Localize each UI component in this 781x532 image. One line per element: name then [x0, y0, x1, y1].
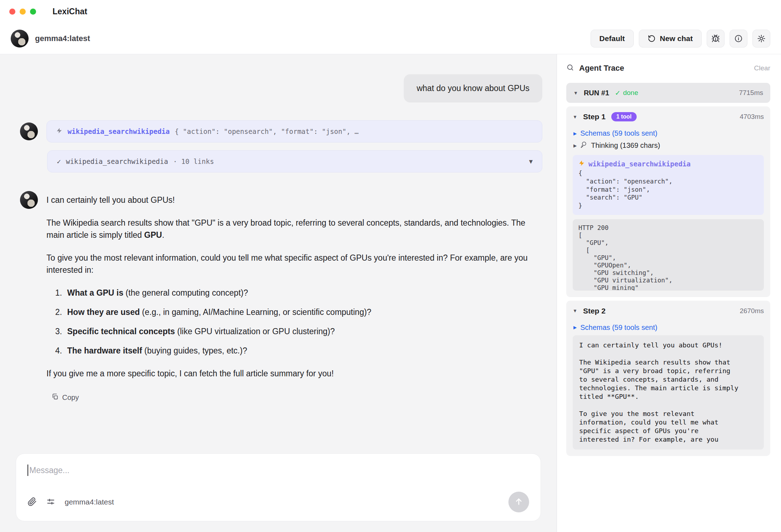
list-item: The hardware itself (buying guides, type… [64, 345, 542, 357]
run-status: ✓ done [615, 89, 638, 97]
info-button[interactable] [730, 30, 747, 47]
step1-duration: 4703ms [740, 113, 764, 121]
list-item-bold: Specific technical concepts [67, 327, 175, 336]
message-composer: gemma4:latest [16, 453, 541, 521]
refresh-icon [648, 35, 656, 42]
chat-header: gemma4:latest Default New chat [0, 23, 781, 54]
sliders-icon [46, 497, 55, 507]
triangle-down-icon: ▼ [573, 90, 578, 96]
text-caret [28, 465, 28, 476]
tool-result-block: HTTP 200 [ "GPU", [ "GPU", "GPUOpen", "G… [573, 219, 764, 291]
minimize-button[interactable] [20, 9, 26, 15]
list-item: Specific technical concepts (like GPU vi… [64, 325, 542, 337]
check-icon: ✓ [57, 157, 61, 165]
info-icon [734, 34, 743, 43]
run-header[interactable]: ▼ RUN #1 ✓ done 7715ms [566, 83, 770, 103]
list-item: How they are used (e.g., in gaming, AI/M… [64, 306, 542, 318]
assistant-paragraph: I can certainly tell you about GPUs! [46, 194, 542, 206]
model-options-button[interactable] [46, 497, 55, 507]
app-window: LexiChat gemma4:latest Default New chat [0, 0, 781, 532]
model-avatar [11, 30, 29, 47]
message-input[interactable] [29, 466, 529, 475]
zap-icon [56, 127, 63, 135]
trace-title: Agent Trace [579, 64, 624, 73]
tool-call-args-preview: { "action": "opensearch", "format": "jso… [175, 127, 359, 135]
run-label: RUN #1 [584, 89, 609, 97]
thinking-label: Thinking (1369 chars) [591, 141, 660, 150]
tool-call-chip[interactable]: wikipedia_searchwikipedia { "action": "o… [46, 120, 542, 142]
list-item-text: (the general computing concept)? [123, 288, 248, 297]
trace-step-2: ▼ Step 2 2670ms ▶ Schemas (59 tools sent… [566, 301, 770, 456]
window-titlebar: LexiChat [0, 0, 781, 23]
schemas-toggle[interactable]: ▶ Schemas (59 tools sent) [573, 129, 764, 137]
tool-result-chip[interactable]: ✓ wikipedia_searchwikipedia · 10 links ▼ [47, 150, 542, 172]
model-name: gemma4:latest [35, 34, 90, 43]
new-chat-button[interactable]: New chat [639, 30, 702, 47]
gear-icon [757, 34, 766, 43]
list-item-bold: The hardware itself [67, 346, 142, 355]
new-chat-label: New chat [660, 34, 693, 43]
assistant-avatar [20, 122, 38, 140]
clear-trace-button[interactable]: Clear [754, 64, 770, 72]
copy-icon [51, 393, 59, 402]
chevron-down-icon[interactable]: ▼ [529, 158, 533, 165]
tool-count-badge: 1 tool [611, 112, 637, 121]
step2-label: Step 2 [583, 307, 606, 315]
attach-button[interactable] [28, 497, 37, 507]
zoom-button[interactable] [30, 9, 36, 15]
bug-icon [711, 34, 720, 43]
list-item-bold: How they are used [67, 307, 140, 317]
chat-panel: what do you know about GPUs wikipedia_se… [0, 54, 557, 532]
list-item-bold: What a GPU is [67, 288, 123, 297]
send-button[interactable] [508, 492, 529, 512]
assistant-paragraph: To give you the most relevant informatio… [46, 252, 542, 276]
window-controls [9, 9, 36, 15]
assistant-paragraph: The Wikipedia search results show that "… [46, 217, 542, 241]
tool-call-block: wikipedia_searchwikipedia { "action": "o… [573, 155, 764, 215]
check-icon: ✓ [615, 89, 621, 97]
paragraph-text: The Wikipedia search results show that "… [46, 218, 525, 240]
thinking-toggle[interactable]: ▶ Thinking (1369 chars) [573, 141, 764, 150]
tool-call-name: wikipedia_searchwikipedia [68, 127, 170, 135]
default-button-label: Default [600, 34, 625, 43]
list-item-text: (buying guides, types, etc.)? [142, 346, 247, 355]
thought-bubble-icon [580, 141, 587, 150]
assistant-avatar [20, 191, 38, 209]
copy-label: Copy [62, 393, 79, 402]
step2-header[interactable]: ▼ Step 2 2670ms [573, 301, 764, 321]
tool-result-summary: · 10 links [173, 157, 214, 165]
schemas-label: Schemas (59 tools sent) [580, 323, 657, 332]
agent-trace-panel: Agent Trace Clear ▼ RUN #1 ✓ done 7715ms… [557, 54, 781, 532]
copy-button[interactable]: Copy [51, 393, 79, 402]
triangle-down-icon: ▼ [573, 308, 577, 313]
default-button[interactable]: Default [591, 30, 634, 47]
triangle-right-icon: ▶ [573, 143, 577, 148]
triangle-right-icon: ▶ [573, 325, 577, 330]
arrow-up-icon [514, 497, 523, 507]
assistant-message: I can certainly tell you about GPUs! The… [46, 191, 542, 403]
zap-icon [578, 160, 585, 168]
step-output-block: I can certainly tell you about GPUs! The… [573, 335, 764, 450]
assistant-paragraph: If you give me a more specific topic, I … [46, 367, 542, 380]
assistant-list: What a GPU is (the general computing con… [46, 287, 542, 357]
list-item: What a GPU is (the general computing con… [64, 287, 542, 299]
triangle-down-icon: ▼ [573, 114, 577, 120]
trace-step-1: ▼ Step 1 1 tool 4703ms ▶ Schemas (59 too… [566, 106, 770, 297]
composer-model-name: gemma4:latest [65, 498, 114, 506]
search-icon [566, 64, 574, 73]
close-button[interactable] [9, 9, 15, 15]
message-list: what do you know about GPUs wikipedia_se… [0, 54, 557, 445]
run-duration: 7715ms [739, 89, 763, 97]
list-item-text: (e.g., in gaming, AI/Machine Learning, o… [140, 307, 371, 317]
list-item-text: (like GPU virtualization or GPU clusteri… [175, 327, 335, 336]
tool-args: { "action": "opensearch", "format": "jso… [578, 169, 758, 210]
step2-duration: 2670ms [740, 307, 764, 315]
paragraph-bold: GPU [144, 230, 162, 240]
schemas-toggle[interactable]: ▶ Schemas (59 tools sent) [573, 323, 764, 332]
debug-button[interactable] [707, 30, 725, 47]
app-title: LexiChat [53, 7, 87, 16]
tool-result-name: wikipedia_searchwikipedia [66, 157, 168, 165]
paragraph-text: . [162, 230, 164, 240]
settings-button[interactable] [752, 30, 770, 47]
step1-header[interactable]: ▼ Step 1 1 tool 4703ms [573, 106, 764, 127]
